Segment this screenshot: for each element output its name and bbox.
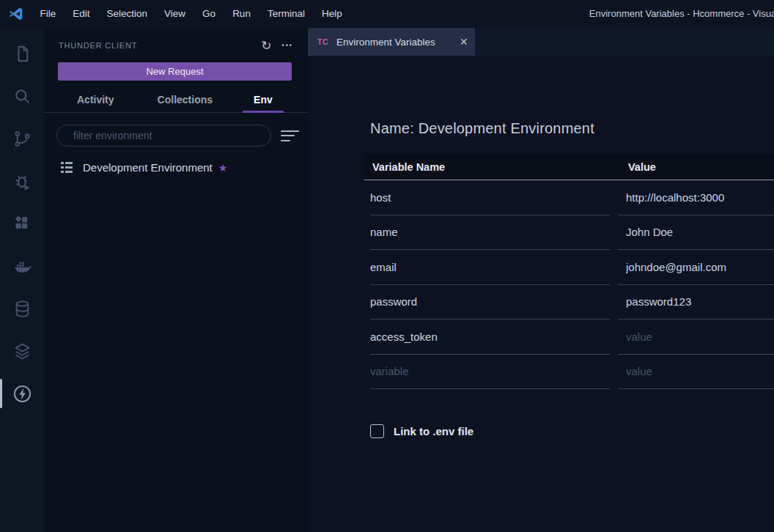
activity-item-layers-icon[interactable] (0, 330, 44, 372)
table-row (364, 319, 774, 355)
variable-name-input[interactable] (370, 355, 610, 390)
filter-menu-icon[interactable] (281, 130, 299, 141)
tab-env[interactable]: Env (254, 94, 273, 112)
environment-icon (61, 162, 73, 174)
variable-value-input[interactable] (618, 319, 774, 355)
environment-name: Development Environment (83, 161, 213, 174)
variable-value-input[interactable] (618, 355, 774, 390)
variable-value-input[interactable] (618, 285, 774, 320)
column-header-variable-name: Variable Name (364, 161, 618, 173)
variable-value-input[interactable] (618, 180, 774, 215)
table-row (364, 180, 774, 215)
sidebar-actions: ↻ ••• (261, 40, 293, 52)
link-env-row: Link to .env file (370, 424, 774, 438)
new-request-button[interactable]: New Request (58, 62, 292, 81)
column-gap (610, 355, 618, 390)
tab-collections[interactable]: Collections (158, 94, 213, 112)
column-header-value: Value (618, 161, 774, 173)
variable-value-input[interactable] (618, 250, 774, 285)
editor-content: Name: Development Environment Variable N… (308, 56, 774, 532)
activity-item-search-icon[interactable] (0, 75, 44, 117)
filter-row (56, 125, 308, 147)
sidebar: THUNDER CLIENT ↻ ••• New Request Activit… (44, 28, 308, 532)
link-env-checkbox[interactable] (370, 424, 384, 438)
menu-item-help[interactable]: Help (313, 0, 350, 28)
column-gap (610, 215, 618, 251)
activity-item-explorer-icon[interactable] (0, 32, 44, 75)
variable-name-input[interactable] (370, 215, 610, 251)
table-row (364, 355, 774, 390)
more-actions-icon[interactable]: ••• (282, 42, 293, 49)
variable-name-input[interactable] (370, 180, 610, 215)
link-env-label: Link to .env file (394, 425, 473, 437)
table-body (364, 180, 774, 389)
activity-item-database-icon[interactable] (0, 287, 44, 330)
environment-name-heading: Name: Development Environment (370, 120, 774, 137)
menu-item-run[interactable]: Run (224, 0, 259, 28)
variable-name-input[interactable] (370, 319, 610, 355)
window-title: Environment Variables - Hcommerce - Visu… (589, 0, 774, 28)
close-tab-icon[interactable]: × (460, 35, 468, 48)
menu-item-view[interactable]: View (156, 0, 194, 28)
sidebar-header: THUNDER CLIENT ↻ ••• (44, 28, 308, 53)
activity-item-extensions-icon[interactable] (0, 202, 44, 245)
variables-table: Variable Name Value (364, 154, 774, 389)
title-bar: FileEditSelectionViewGoRunTerminalHelp E… (0, 0, 774, 28)
menu-bar: FileEditSelectionViewGoRunTerminalHelp (32, 0, 350, 28)
environment-list-item[interactable]: Development Environment ★ (61, 161, 308, 174)
activity-item-thunder-client-icon[interactable] (0, 372, 44, 415)
editor-area: TC Environment Variables × Name: Develop… (308, 28, 774, 532)
column-gap (610, 180, 618, 215)
menu-item-file[interactable]: File (32, 0, 64, 28)
tab-activity[interactable]: Activity (77, 94, 114, 112)
table-row (364, 250, 774, 285)
sidebar-title: THUNDER CLIENT (59, 41, 261, 50)
table-row (364, 285, 774, 320)
refresh-icon[interactable]: ↻ (261, 40, 271, 52)
activity-bar (0, 28, 44, 532)
variable-name-input[interactable] (370, 285, 610, 320)
table-row (364, 215, 774, 251)
vscode-logo-icon (8, 6, 24, 22)
menu-item-terminal[interactable]: Terminal (259, 0, 313, 28)
menu-item-edit[interactable]: Edit (64, 0, 98, 28)
editor-tab-strip: TC Environment Variables × (308, 28, 774, 56)
column-gap (610, 319, 618, 355)
activity-item-run-debug-icon[interactable] (0, 160, 44, 202)
thunder-client-tab-icon: TC (317, 37, 328, 46)
menu-item-selection[interactable]: Selection (98, 0, 156, 28)
variable-value-input[interactable] (618, 215, 774, 251)
column-gap (610, 285, 618, 320)
filter-environment-input[interactable] (56, 125, 271, 147)
editor-tab-environment-variables[interactable]: TC Environment Variables × (308, 28, 475, 56)
star-icon: ★ (218, 162, 228, 174)
variable-name-input[interactable] (370, 250, 610, 285)
column-gap (610, 250, 618, 285)
editor-tab-label: Environment Variables (336, 37, 460, 48)
table-header: Variable Name Value (364, 154, 774, 180)
activity-item-docker-icon[interactable] (0, 245, 44, 287)
sidebar-tabs: Activity Collections Env (44, 81, 308, 113)
activity-item-source-control-icon[interactable] (0, 117, 44, 160)
menu-item-go[interactable]: Go (194, 0, 224, 28)
